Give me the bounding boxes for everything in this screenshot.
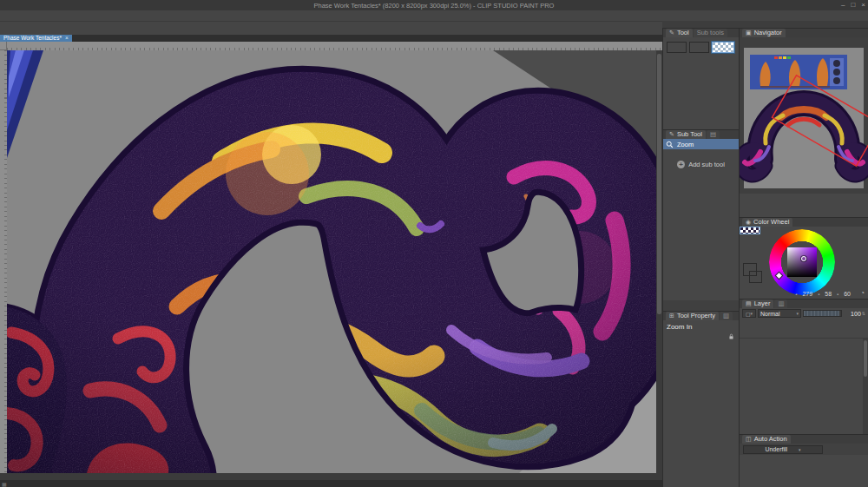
tab-auto-action[interactable]: ◫ Auto Action [742,435,791,444]
saturation-icon: ▪ [818,292,819,297]
color-swatch-row [663,39,739,53]
document-tab-label: Phase Work Tentacles* [3,35,62,42]
layer-command-row [740,328,868,338]
navigator-thumbnail[interactable] [740,37,868,194]
sub-tool-group-zoom[interactable]: Zoom [663,139,739,149]
wheel-transparent-swatch[interactable] [740,227,760,234]
tab-color-wheel[interactable]: ◉ Color Wheel [742,218,792,227]
horizontal-ruler [7,42,662,50]
sub-tool-footer [663,300,739,311]
opacity-slider[interactable] [803,310,842,317]
sub-color-swatch[interactable] [689,42,709,53]
saturation-value-square[interactable] [787,247,817,277]
application-window: Phase Work Tentacles* (8200 x 8200px 300… [0,0,868,487]
title-bar: Phase Work Tentacles* (8200 x 8200px 300… [0,0,868,10]
layer-lock-row [740,319,868,328]
hue-value: 279 [802,291,812,297]
tab-sub-tool[interactable]: ✎ Sub Tool [666,130,706,139]
ruler-corner [0,42,7,50]
sv-marker[interactable] [801,256,806,261]
action-set-dropdown[interactable]: Underfill ▾ [743,445,823,454]
vertical-ruler [0,50,7,473]
minimize-button[interactable]: – [841,1,845,10]
menu-bar [0,10,868,21]
tab-layer-extra[interactable]: ▥ [774,299,787,308]
tool-property-tab-icon: ⊞ [669,312,674,320]
vertical-scroll-thumb[interactable] [657,54,661,314]
auto-action-set-row: Underfill ▾ [740,444,868,455]
sub-tool-panel: ✎ Sub Tool ▤ Zoom + Add sub tool [662,129,739,311]
navigator-tab-icon: ▣ [746,29,752,37]
artwork-tentacle-painting [7,50,656,473]
tab-layer[interactable]: ▤ Layer [742,299,773,308]
opacity-value: 100 [844,311,861,317]
tab-close-icon[interactable]: × [65,35,69,42]
saturation-value: 58 [825,291,832,297]
auto-action-panel: ◫ Auto Action Underfill ▾ [739,434,868,487]
auto-action-tab-icon: ◫ [746,435,752,444]
sub-tool-tab-icon: ✎ [669,130,674,139]
tool-property-panel: ⊞ Tool Property ▥ Zoom In [662,311,739,487]
tool-property-title: Zoom In [663,320,739,332]
tab-tool-property[interactable]: ⊞ Tool Property [666,312,719,320]
plus-icon: + [677,161,685,168]
dock-collapse-strip-left[interactable] [662,21,739,28]
document-tab[interactable]: Phase Work Tentacles* × [0,35,72,42]
layer-list-scrollbar[interactable] [863,339,868,434]
value-value: 60 [844,291,851,297]
navigator-zoom-controls [740,194,868,205]
layer-tab-icon: ▤ [746,299,752,308]
zoom-group-icon [666,141,674,148]
hue-icon: ▪ [795,292,797,297]
canvas-viewport[interactable] [7,50,656,473]
color-wheel-tab-icon: ◉ [746,218,751,227]
document-tab-bar: Phase Work Tentacles* × [0,35,662,42]
tool-property-lock[interactable] [663,332,739,343]
command-toolbar [0,21,662,35]
tab-tool[interactable]: ✎ Tool [666,29,693,37]
add-sub-tool-button[interactable]: + Add sub tool [663,156,739,172]
navigator-rotation-controls [740,205,868,216]
main-color-swatch[interactable] [667,42,687,53]
color-wheel-panel: ◉ Color Wheel ▪ 279 ▪ 58 ▪ 60 ◔ [739,217,868,299]
hsv-values: ▪ 279 ▪ 58 ▪ 60 [795,291,851,297]
tab-navigator[interactable]: ▣ Navigator [742,29,786,37]
tool-tab-icon: ✎ [669,29,674,37]
tab-tool-property-extra[interactable]: ▥ [720,312,733,320]
navigator-panel: ▣ Navigator [739,28,868,217]
tab-sub-tool-extra[interactable]: ▤ [707,130,720,139]
combine-mode-dropdown[interactable]: ▢▾ [742,309,756,318]
wheel-main-color-swatch[interactable] [743,263,757,276]
canvas-status-bar [0,473,662,480]
opacity-stepper[interactable]: ⇅ [862,311,865,316]
transparent-color-swatch[interactable] [712,42,734,53]
tab-sub-tools-docked[interactable]: Sub tools [694,29,727,37]
dock-collapse-strip-right[interactable] [739,21,868,28]
layer-panel: ▤ Layer ▥ ▢▾ Normal▾ 100 ⇅ [739,299,868,434]
color-history-icon[interactable]: ◔ [860,289,865,297]
navigator-preview-art [740,37,868,194]
status-icon: ▦ [2,481,7,487]
tool-panel: ✎ Tool Sub tools [662,28,739,129]
layer-blend-row: ▢▾ Normal▾ 100 ⇅ [740,308,868,319]
app-status-bar: ▦ [0,480,662,487]
canvas-vertical-scrollbar[interactable] [656,50,662,473]
window-title: Phase Work Tentacles* (8200 x 8200px 300… [314,2,555,10]
maximize-button[interactable]: □ [851,1,855,10]
close-button[interactable]: × [861,1,865,10]
value-icon: ▪ [837,292,838,297]
blend-mode-dropdown[interactable]: Normal▾ [758,309,801,318]
layer-list [740,338,868,434]
